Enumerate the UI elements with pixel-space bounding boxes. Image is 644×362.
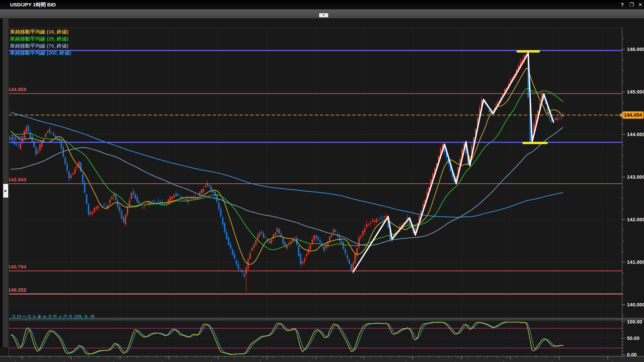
time-axis-label: 12/21 09:00 [58, 361, 85, 362]
swing-marker[interactable] [522, 142, 547, 144]
current-price-value: 144.454 [624, 112, 642, 118]
time-axis-label: 01/03 10:00 [399, 361, 426, 362]
ma-legend-item[interactable]: 単純移動平均線 (200, 終値) [10, 49, 71, 56]
price-axis-label: 145.000 [627, 89, 644, 95]
price-axis-label: 142.000 [627, 217, 644, 222]
maximize-icon[interactable]: ❐ [628, 0, 636, 9]
time-axis-label: 01/05 12:00 [497, 361, 524, 362]
title-bar: USD/JPY 1時間 BID ? ❐ ✕ [0, 0, 644, 9]
time-axis-label: 12/29 07:00 [303, 361, 329, 362]
stochastic-legend[interactable]: スローストキャスティクス (25, 3, 3) [11, 314, 95, 320]
stoch-axis-label: 0.00 [627, 352, 637, 357]
time-axis-label: 01/08 13:00 [546, 361, 573, 362]
time-axis-label: 12/25 12:00 [156, 361, 182, 362]
price-axis-label: 143.000 [627, 174, 644, 180]
price-line-label: 142.843 [8, 177, 26, 182]
chevron-right-icon: ▶ [5, 189, 7, 192]
left-panel-collapsed: ▶ [0, 18, 9, 347]
application-window: 144.959143.815142.843140.794140.252144.4… [0, 0, 644, 362]
time-axis-label: 12/20 08:00 [9, 361, 36, 362]
price-axis-label: 141.000 [627, 259, 644, 265]
help-icon[interactable]: ? [618, 0, 626, 9]
time-axis-label: 12/28 06:00 [254, 361, 280, 362]
time-axis-label: 12/27 05:00 [205, 361, 231, 362]
price-axis-label: 144.000 [627, 131, 644, 137]
chart-toolbar: ▼ [0, 9, 644, 18]
close-icon[interactable]: ✕ [636, 0, 644, 9]
window-title: USD/JPY 1時間 BID [10, 0, 56, 9]
current-price-badge: 144.454 [619, 111, 644, 119]
stoch-axis-label: 100.00 [627, 319, 642, 324]
price-line-label: 143.815 [8, 135, 26, 141]
price-line-label: 144.959 [8, 86, 26, 92]
ma-legend: 単純移動平均線 (10, 終値)単純移動平均線 (25, 終値)単純移動平均線 … [10, 28, 71, 56]
ma-legend-item[interactable]: 単純移動平均線 (10, 終値) [10, 28, 71, 35]
time-axis-label: 12/22 10:00 [107, 361, 133, 362]
stoch-axis-label: 50.00 [627, 335, 640, 341]
price-chart[interactable]: 144.959143.815142.843140.794140.252144.4… [0, 18, 644, 362]
price-line-label: 140.252 [8, 287, 26, 293]
price-axis-label: 146.000 [627, 46, 644, 52]
chevron-down-icon: ▼ [322, 14, 325, 17]
time-axis-label: 01/02 09:00 [351, 361, 377, 362]
time-axis-label: 01/04 11:00 [448, 361, 475, 362]
expand-panel-button[interactable]: ▶ [3, 184, 8, 198]
ma-legend-item[interactable]: 単純移動平均線 (25, 終値) [10, 35, 71, 42]
price-line-label: 140.794 [8, 264, 26, 269]
ma-legend-item[interactable]: 単純移動平均線 (75, 終値) [10, 42, 71, 49]
price-axis-label: 140.000 [627, 302, 644, 307]
collapse-toolbar-button[interactable]: ▼ [319, 13, 328, 17]
left-panel-rail [3, 18, 8, 347]
swing-marker[interactable] [517, 50, 540, 53]
time-axis-label: 01/09 14:00 [605, 361, 632, 362]
